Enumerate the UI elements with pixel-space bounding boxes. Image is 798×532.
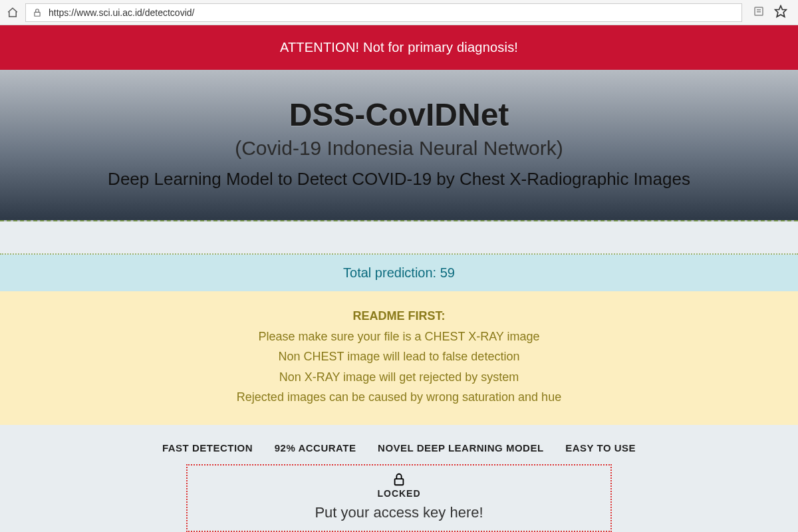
address-bar[interactable]: https://www.sci.ui.ac.id/detectcovid/ (25, 3, 742, 22)
browser-toolbar: https://www.sci.ui.ac.id/detectcovid/ (0, 0, 798, 25)
page-subtitle: (Covid-19 Indonesia Neural Network) (13, 137, 785, 160)
url-text: https://www.sci.ui.ac.id/detectcovid/ (49, 7, 194, 18)
lock-icon (201, 472, 597, 487)
page-tagline: Deep Learning Model to Detect COVID-19 b… (13, 169, 785, 190)
feature-item: 92% ACCURATE (275, 442, 356, 454)
feature-item: FAST DETECTION (162, 442, 253, 454)
divider-gap (0, 221, 798, 255)
svg-rect-0 (35, 12, 40, 16)
svg-rect-5 (395, 479, 404, 485)
locked-label: LOCKED (201, 488, 597, 499)
readme-line: Non CHEST image will lead to false detec… (13, 346, 785, 367)
total-prediction-label: Total prediction: 59 (343, 265, 455, 280)
star-icon[interactable] (774, 5, 787, 21)
lock-icon (31, 7, 43, 19)
readme-line: Non X-RAY image will get rejected by sys… (13, 367, 785, 388)
home-icon[interactable] (7, 7, 19, 19)
page-title: DSS-CovIDNet (13, 96, 785, 133)
readme-title: README FIRST: (13, 306, 785, 327)
access-key-panel[interactable]: LOCKED Put your access key here! (186, 464, 612, 532)
readme-line: Rejected images can be caused by wrong s… (13, 387, 785, 408)
access-key-prompt: Put your access key here! (201, 504, 597, 521)
readme-panel: README FIRST: Please make sure your file… (0, 291, 798, 425)
hero-section: DSS-CovIDNet (Covid-19 Indonesia Neural … (0, 70, 798, 221)
banner-text: ATTENTION! Not for primary diagnosis! (280, 40, 518, 55)
svg-marker-4 (775, 5, 787, 17)
feature-list: FAST DETECTION 92% ACCURATE NOVEL DEEP L… (0, 425, 798, 462)
total-prediction-bar: Total prediction: 59 (0, 255, 798, 291)
attention-banner: ATTENTION! Not for primary diagnosis! (0, 25, 798, 70)
toolbar-right (749, 5, 791, 21)
feature-item: NOVEL DEEP LEARNING MODEL (378, 442, 543, 454)
feature-item: EASY TO USE (565, 442, 636, 454)
readme-line: Please make sure your file is a CHEST X-… (13, 327, 785, 347)
reader-icon[interactable] (753, 5, 765, 20)
